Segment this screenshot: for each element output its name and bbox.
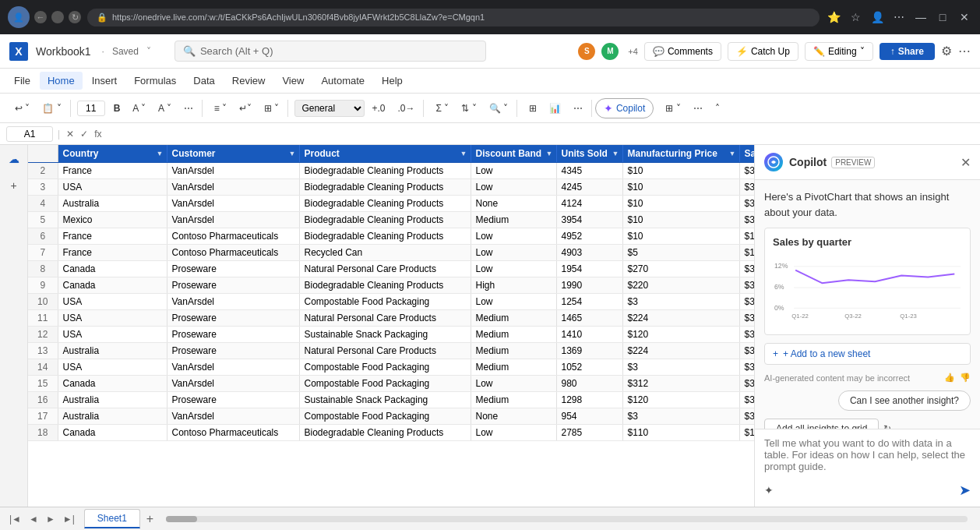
cell-sale_price[interactable]: $352 (739, 163, 754, 179)
cell-units[interactable]: 4952 (556, 228, 622, 245)
scrollbar-thumb[interactable] (166, 516, 197, 522)
more-button[interactable]: ⋯ (178, 100, 199, 117)
cell-product[interactable]: Sustainable Snack Packaging (299, 327, 471, 343)
cell-discount[interactable]: Low (471, 163, 556, 179)
cell-product[interactable]: Recycled Can (299, 245, 471, 261)
cell-mfg_price[interactable]: $224 (622, 343, 739, 359)
user-avatar[interactable]: 👤 (8, 6, 30, 28)
cell-discount[interactable]: Medium (471, 310, 556, 327)
menu-view[interactable]: View (274, 72, 312, 90)
menu-automate[interactable]: Automate (313, 72, 372, 90)
cell-units[interactable]: 4245 (556, 179, 622, 196)
cell-units[interactable]: 1369 (556, 343, 622, 359)
filter-icon-customer[interactable]: ▼ (289, 150, 296, 157)
add-sheet-button[interactable]: + (142, 511, 158, 528)
cell-country[interactable]: Mexico (58, 212, 167, 228)
cell-units[interactable]: 1052 (556, 359, 622, 376)
user-avatar-2[interactable]: M (600, 41, 620, 62)
find-button[interactable]: 🔍 ˅ (484, 100, 513, 117)
cell-country[interactable]: Canada (58, 277, 167, 294)
cell-discount[interactable]: None (471, 196, 556, 212)
cell-mfg_price[interactable]: $10 (622, 212, 739, 228)
cell-units[interactable]: 4345 (556, 163, 622, 179)
sum-button[interactable]: Σ ˅ (430, 100, 454, 117)
cell-product[interactable]: Natural Personal Care Products (299, 343, 471, 359)
filter-icon-units[interactable]: ▼ (612, 150, 619, 157)
align-button[interactable]: ≡ ˅ (209, 100, 232, 117)
editing-button[interactable]: ✏️ Editing ˅ (805, 42, 873, 61)
cell-units[interactable]: 1954 (556, 261, 622, 277)
cell-mfg_price[interactable]: $120 (622, 392, 739, 408)
more-icon[interactable]: ⋯ (891, 9, 907, 25)
merge-button[interactable]: ⊞ ˅ (259, 100, 284, 117)
cell-discount[interactable]: Low (471, 425, 556, 441)
cell-product[interactable]: Biodegradable Cleaning Products (299, 425, 471, 441)
cell-mfg_price[interactable]: $224 (622, 310, 739, 327)
cell-country[interactable]: Canada (58, 376, 167, 392)
filter-icon-product[interactable]: ▼ (460, 150, 467, 157)
cell-units[interactable]: 3954 (556, 212, 622, 228)
cell-units[interactable]: 2785 (556, 425, 622, 441)
cell-product[interactable]: Biodegradable Cleaning Products (299, 212, 471, 228)
add-insights-button[interactable]: Add all insights to grid (764, 419, 879, 429)
cell-customer[interactable]: Contoso Pharmaceuticals (167, 245, 299, 261)
copilot-send-button[interactable]: ➤ (959, 482, 971, 499)
grid-button[interactable]: ⊞ ˅ (660, 100, 686, 117)
back-button[interactable]: ← (34, 11, 47, 23)
cell-country[interactable]: USA (58, 310, 167, 327)
sidebar-onedrive-icon[interactable]: ☁ (5, 150, 23, 168)
cell-country[interactable]: USA (58, 294, 167, 310)
minimize-icon[interactable]: — (913, 9, 929, 25)
restore-icon[interactable]: □ (935, 9, 950, 25)
cell-product[interactable]: Compostable Food Packaging (299, 294, 471, 310)
cell-discount[interactable]: Medium (471, 392, 556, 408)
cell-product[interactable]: Natural Personal Care Products (299, 261, 471, 277)
cell-units[interactable]: 980 (556, 376, 622, 392)
close-icon[interactable]: ✕ (957, 9, 972, 25)
forward-button[interactable]: → (51, 11, 64, 23)
cell-units[interactable]: 1990 (556, 277, 622, 294)
bookmark-icon[interactable]: ☆ (848, 9, 863, 25)
sort-button[interactable]: ⇅ ˅ (456, 100, 481, 117)
search-bar[interactable]: 🔍 Search (Alt + Q) (174, 41, 486, 62)
extensions-icon[interactable]: ⭐ (826, 9, 841, 25)
cell-country[interactable]: USA (58, 179, 167, 196)
insert-function-icon[interactable]: fx (93, 127, 103, 141)
cell-sale_price[interactable]: $127 (739, 425, 754, 441)
cell-country[interactable]: Canada (58, 261, 167, 277)
prompt-guide-icon[interactable]: ✦ (764, 484, 774, 496)
cell-customer[interactable]: Contoso Pharmaceuticals (167, 228, 299, 245)
first-sheet-button[interactable]: |◄ (6, 512, 24, 526)
col-header-customer[interactable]: Customer ▼ (167, 145, 299, 163)
cell-sale_price[interactable]: $352 (739, 196, 754, 212)
toolbar-more[interactable]: ⋯ (688, 100, 708, 117)
cell-discount[interactable]: Medium (471, 212, 556, 228)
cell-sale_price[interactable]: $302 (739, 310, 754, 327)
chart-btn[interactable]: 📊 (544, 100, 566, 117)
thumbs-up-icon[interactable]: 👍 (944, 373, 955, 383)
last-sheet-button[interactable]: ►| (60, 512, 78, 526)
cell-customer[interactable]: VanArsdel (167, 212, 299, 228)
cell-product[interactable]: Biodegradable Cleaning Products (299, 228, 471, 245)
cell-sale_price[interactable]: $380 (739, 294, 754, 310)
cell-sale_price[interactable]: $302 (739, 261, 754, 277)
share-button[interactable]: ↑ Share (880, 43, 935, 60)
font-color-button[interactable]: A ˅ (153, 100, 177, 117)
reload-button[interactable]: ↻ (69, 11, 81, 23)
cell-sale_price[interactable]: $302 (739, 392, 754, 408)
cell-customer[interactable]: VanArsdel (167, 163, 299, 179)
copilot-button[interactable]: ✦ Copilot (595, 98, 654, 118)
cell-discount[interactable]: Medium (471, 359, 556, 376)
cell-customer[interactable]: Proseware (167, 343, 299, 359)
more-options-icon[interactable]: ⋯ (958, 44, 971, 58)
cell-customer[interactable]: VanArsdel (167, 408, 299, 425)
cell-country[interactable]: Australia (58, 196, 167, 212)
cell-customer[interactable]: Proseware (167, 277, 299, 294)
cell-customer[interactable]: Proseware (167, 327, 299, 343)
wrap-button[interactable]: ↵˅ (234, 100, 257, 117)
cell-units[interactable]: 1410 (556, 327, 622, 343)
cell-sale_price[interactable]: $302 (739, 327, 754, 343)
cell-country[interactable]: Australia (58, 392, 167, 408)
decimal-increase[interactable]: +.0 (366, 100, 390, 117)
cell-mfg_price[interactable]: $3 (622, 359, 739, 376)
